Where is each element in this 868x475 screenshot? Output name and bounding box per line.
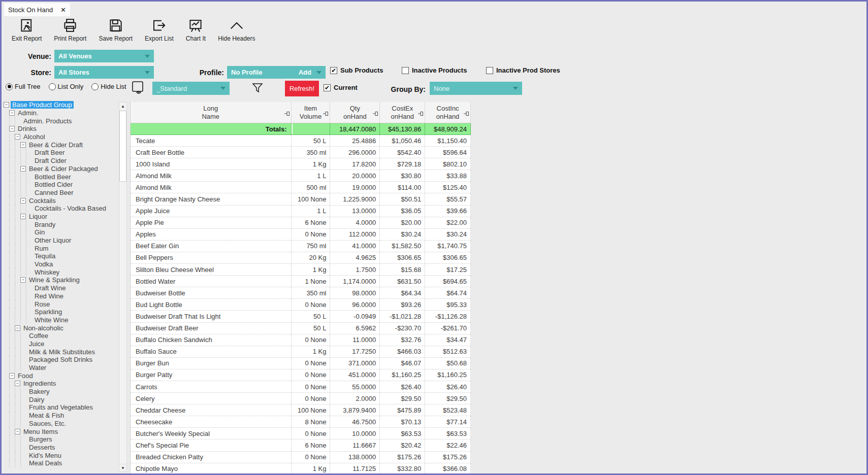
tree-item[interactable]: Burgers (4, 435, 118, 444)
tree-item[interactable]: Rum (4, 244, 118, 252)
tree-item[interactable]: Cocktails - Vodka Based (4, 205, 118, 213)
inactive-prod-stores-checkbox[interactable]: Inactive Prod Stores (486, 66, 560, 74)
table-row[interactable]: Buffalo Sauce1 Kg17.7250$466.03$512.63 (131, 346, 471, 358)
full-tree-radio[interactable]: Full Tree (6, 83, 41, 90)
tree-item[interactable]: Dairy (4, 395, 118, 403)
column-header-costinc[interactable]: CostInconHand (425, 102, 471, 123)
tree-item[interactable]: Meal Deals (4, 459, 118, 467)
tree-item[interactable]: Vodka (4, 260, 118, 268)
table-row[interactable]: Bright Orange Nasty Cheese100 None1,225.… (131, 193, 471, 205)
collapse-icon[interactable]: − (20, 166, 26, 172)
table-row[interactable]: Budweiser Draft Beer50 L6.5962-$230.70-$… (131, 323, 471, 334)
tree-item[interactable]: Water (4, 364, 118, 372)
store-dropdown[interactable]: All Stores (54, 66, 154, 79)
pin-icon[interactable] (284, 110, 290, 115)
filter-button[interactable] (251, 82, 264, 96)
tree-item[interactable]: Rose (4, 300, 118, 308)
tree-item[interactable]: Draft Wine (4, 284, 118, 292)
column-header-qty[interactable]: QtyonHand (330, 102, 380, 123)
tree-scrollbar[interactable]: ▲ ▼ (119, 102, 127, 472)
collapse-icon[interactable]: − (20, 198, 26, 203)
table-row[interactable]: Buffalo Chicken Sandwich0 None11.0000$32… (131, 334, 471, 346)
collapse-icon[interactable]: − (9, 373, 15, 379)
print-report-button[interactable]: Print Report (48, 17, 92, 46)
tree-item[interactable]: Admin. Products (4, 117, 118, 125)
table-row[interactable]: Celery0 None2.0000$29.50$29.50 (131, 393, 471, 404)
tree-item[interactable]: Fruits and Vegetables (4, 403, 118, 412)
table-row[interactable]: Craft Beer Bottle350 ml296.0000$542.40$5… (131, 147, 471, 158)
column-header-costex[interactable]: CostExonHand (380, 102, 425, 123)
tree-item[interactable]: Kid's Menu (4, 451, 118, 459)
tree-item[interactable]: −Non-alcoholic (4, 324, 118, 332)
tree-item[interactable]: Meat & Fish (4, 412, 118, 420)
tree-item[interactable]: Red Wine (4, 292, 118, 300)
tree-item[interactable]: Whiskey (4, 268, 118, 276)
table-row[interactable]: Breaded Chicken Patty0 None138.0000$175.… (131, 452, 471, 463)
tree-item[interactable]: −Ingredients (4, 380, 118, 388)
tree-item[interactable]: −Wine & Sparkling (4, 276, 118, 284)
tree-item[interactable]: Milk & Milk Substitutes (4, 348, 118, 356)
tab-stock-on-hand[interactable]: Stock On Hand ✕ (4, 3, 70, 16)
table-row[interactable]: Cheesecake8 None46.7500$70.13$77.14 (131, 416, 471, 428)
scrollbar-thumb[interactable] (119, 111, 126, 182)
table-row[interactable]: Butcher's Weekly Special0 None10.0000$63… (131, 428, 471, 439)
tree-item[interactable]: Desserts (4, 444, 118, 452)
table-row[interactable]: Apples0 None112.0000$30.24$30.24 (131, 229, 471, 241)
tree-item[interactable]: Bottled Beer (4, 173, 118, 181)
tree-item[interactable]: Packaged Soft Drinks (4, 356, 118, 364)
tree-item[interactable]: −Admin. (4, 109, 118, 117)
table-row[interactable]: Cheddar Cheese100 None3,879.9400$475.89$… (131, 404, 471, 416)
tree-item[interactable]: Tequila (4, 252, 118, 260)
table-row[interactable]: Slilton Bleu Cheese Wheel1 Kg1.7500$15.6… (131, 264, 471, 276)
hide-headers-button[interactable]: Hide Headers (212, 17, 261, 46)
table-row[interactable]: Bud Light Bottle0 None96.0000$93.26$95.3… (131, 299, 471, 311)
list-only-radio[interactable]: List Only (49, 83, 84, 90)
sub-products-checkbox[interactable]: ✔ Sub Products (330, 66, 383, 74)
collapse-icon[interactable]: − (20, 277, 26, 283)
table-row[interactable]: Chipotle Mayo1 Kg11.7125$332.80$366.08 (131, 463, 471, 473)
tree-item[interactable]: Gin (4, 228, 118, 236)
tree-item[interactable]: Sauces, Etc. (4, 420, 118, 428)
table-row[interactable]: Apple Juice1 L13.0000$36.05$39.66 (131, 206, 471, 217)
tree-item[interactable]: Sparkling (4, 308, 118, 316)
inactive-products-checkbox[interactable]: Inactive Products (402, 66, 467, 74)
tree-item[interactable]: −Beer & Cider Draft (4, 141, 118, 149)
table-row[interactable]: Almond Milk500 ml19.0000$114.00$125.40 (131, 182, 471, 193)
tree-item[interactable]: Draft Cider (4, 157, 118, 165)
collapse-icon[interactable]: − (4, 102, 9, 108)
save-report-button[interactable]: Save Report (92, 17, 139, 46)
tree-item[interactable]: −Alcohol (4, 133, 118, 141)
pin-icon[interactable] (464, 110, 469, 115)
venue-dropdown[interactable]: All Venues (54, 50, 154, 62)
table-row[interactable]: Burger Patty0 None451.0000$1,160.25$1,16… (131, 369, 471, 381)
pin-icon[interactable] (418, 110, 424, 115)
tree-item[interactable]: Draft Beer (4, 149, 118, 157)
exit-report-button[interactable]: Exit Report (6, 17, 48, 46)
scroll-up-icon[interactable]: ▲ (119, 103, 126, 110)
tree-item[interactable]: −Drinks (4, 125, 118, 133)
profile-dropdown[interactable]: No Profile Add (227, 66, 326, 79)
table-row[interactable]: Chef's Special Pie6 None11.6667$20.42$22… (131, 439, 471, 451)
export-list-button[interactable]: Export List (139, 17, 180, 46)
tree-item[interactable]: White Wine (4, 316, 118, 324)
column-header-long[interactable]: LongName (131, 102, 292, 123)
tree-item[interactable]: −Food (4, 371, 118, 380)
tree-item[interactable]: Bakery (4, 388, 118, 396)
current-checkbox[interactable]: ✔ Current (324, 84, 358, 91)
hide-list-radio[interactable]: Hide List (91, 83, 126, 90)
table-row[interactable]: Beef Eater Gin750 ml41.0000$1,582.50$1,7… (131, 241, 471, 252)
collapse-icon[interactable]: − (9, 126, 15, 131)
table-row[interactable]: Tecate50 L25.4886$1,050.46$1,150.40 (131, 135, 471, 147)
table-row[interactable]: Budweiser Bottle350 ml98.0000$64.34$64.7… (131, 287, 471, 299)
group-by-dropdown[interactable]: None (430, 82, 522, 95)
table-row[interactable]: Burger Bun0 None371.0000$46.07$50.68 (131, 358, 471, 369)
tree-item[interactable]: −Menu Items (4, 427, 118, 435)
scroll-down-icon[interactable]: ▼ (119, 464, 126, 471)
chart-it-button[interactable]: Chart It (180, 17, 212, 46)
tree-item[interactable]: −Cocktails (4, 196, 118, 205)
collapse-icon[interactable]: − (15, 134, 20, 140)
profile-add-button[interactable]: Add (299, 69, 311, 76)
table-row[interactable]: Budweiser Draft That Is Light50 L-0.0949… (131, 311, 471, 322)
tree-item[interactable]: −Base Product Group (4, 101, 118, 109)
tree-item[interactable]: Other Liquor (4, 236, 118, 245)
